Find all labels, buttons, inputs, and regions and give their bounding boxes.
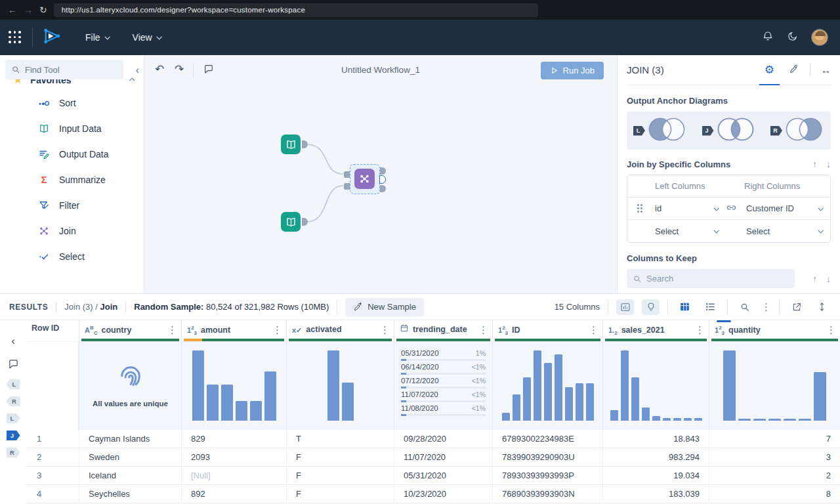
comment-icon[interactable] <box>8 358 19 372</box>
venn-diagram-right[interactable]: R <box>770 116 824 146</box>
redo-icon[interactable]: ↷ <box>175 62 184 76</box>
input-data-node-1[interactable] <box>281 135 301 154</box>
anchor-tab-out-r-4[interactable]: R <box>7 448 20 457</box>
value-histogram[interactable] <box>610 348 702 421</box>
column-header-id[interactable]: 123ID⋮ <box>492 320 602 341</box>
column-menu-icon[interactable]: ⋮ <box>695 325 705 335</box>
data-quality-bar[interactable] <box>81 339 179 341</box>
column-header-sales_2021[interactable]: 1.2sales_2021⋮ <box>602 320 709 341</box>
column-menu-icon[interactable]: ⋮ <box>380 325 390 335</box>
output-anchor[interactable] <box>302 140 308 148</box>
cell-quantity[interactable]: 7 <box>709 430 840 448</box>
column-menu-icon[interactable]: ⋮ <box>589 325 598 335</box>
comment-icon[interactable] <box>203 64 214 77</box>
data-quality-bar[interactable] <box>495 339 600 341</box>
refresh-icon[interactable]: ↻ <box>39 5 47 14</box>
cell-trending_date[interactable]: 11/07/2020 <box>394 448 492 467</box>
more-options-icon[interactable]: ⋮ <box>761 302 771 312</box>
column-header-activated[interactable]: x✓activated⋮ <box>286 320 394 341</box>
anchor-tab-in-l-0[interactable]: L <box>7 379 20 389</box>
data-quality-bar[interactable] <box>605 339 707 341</box>
undo-icon[interactable]: ↶ <box>155 62 164 76</box>
alteryx-logo[interactable] <box>42 28 62 47</box>
cell-id[interactable]: 78399039290903U <box>492 448 602 467</box>
new-sample-button[interactable]: New Sample <box>345 298 424 316</box>
join-node[interactable] <box>354 169 375 189</box>
cell-trending_date[interactable]: 09/28/2020 <box>394 430 492 448</box>
column-menu-icon[interactable]: ⋮ <box>478 325 488 335</box>
run-job-button[interactable]: Run Job <box>541 62 604 79</box>
columns-search[interactable] <box>627 269 795 288</box>
value-histogram[interactable] <box>293 348 387 421</box>
configuration-gear-icon[interactable]: ⚙ <box>761 63 778 77</box>
column-header-quantity[interactable]: 123quantity⋮ <box>709 320 840 341</box>
cell-trending_date[interactable]: 05/31/2020 <box>394 467 492 485</box>
output-anchor-l[interactable] <box>380 167 386 175</box>
cell-quantity[interactable]: 3 <box>709 448 840 467</box>
dark-mode-moon-icon[interactable] <box>787 31 798 45</box>
move-down-icon[interactable]: ↓ <box>826 159 831 169</box>
app-grid-icon[interactable] <box>9 31 22 44</box>
venn-diagram-middle[interactable]: J <box>702 116 756 146</box>
move-down-icon[interactable]: ↓ <box>826 274 831 284</box>
cell-id[interactable]: 67893002234983E <box>492 430 602 448</box>
anchor-tab-out-l-2[interactable]: L <box>7 413 20 423</box>
profile-chart-icon[interactable] <box>616 299 634 315</box>
collapse-rail-icon[interactable]: ‹ <box>11 335 15 348</box>
search-icon[interactable] <box>736 299 753 315</box>
column-header-country[interactable]: ABCcountry⋮ <box>79 320 181 341</box>
cell-activated[interactable]: F <box>286 448 394 467</box>
cell-amount[interactable]: 892 <box>181 485 286 503</box>
column-profile-sales_2021[interactable] <box>602 341 709 430</box>
sidebar-item-filter[interactable]: Filter <box>0 192 144 218</box>
column-profile-country[interactable]: All values are unique <box>79 341 181 430</box>
cell-sales_2021[interactable]: 19.034 <box>602 467 709 485</box>
right-column-select[interactable]: Customer ID <box>737 203 830 213</box>
cell-activated[interactable]: F <box>286 485 394 503</box>
column-header-trending_date[interactable]: trending_date⋮ <box>394 320 492 341</box>
cell-quantity[interactable]: 8 <box>709 485 840 503</box>
back-icon[interactable]: ← <box>8 5 17 14</box>
value-histogram[interactable] <box>188 348 280 421</box>
forward-icon[interactable]: → <box>24 5 33 14</box>
workflow-title[interactable]: Untitled Workflow_1 <box>341 65 420 75</box>
output-anchor[interactable] <box>302 218 308 226</box>
row-number[interactable]: 4 <box>26 485 79 503</box>
columns-search-input[interactable] <box>646 274 765 284</box>
row-number[interactable]: 3 <box>26 467 79 485</box>
data-quality-bar[interactable] <box>184 339 284 341</box>
column-menu-icon[interactable]: ⋮ <box>167 325 177 335</box>
move-up-icon[interactable]: ↑ <box>812 274 817 284</box>
sidebar-item-select[interactable]: Select <box>0 243 144 269</box>
join-node-selection[interactable] <box>350 164 380 194</box>
sidebar-item-summarize[interactable]: ΣSummarize <box>0 167 144 192</box>
data-quality-bar[interactable] <box>289 339 392 341</box>
cell-activated[interactable]: F <box>286 467 394 485</box>
cell-quantity[interactable]: 2 <box>709 467 840 485</box>
notifications-bell-icon[interactable] <box>762 30 774 45</box>
drag-handle-icon[interactable] <box>637 204 642 213</box>
insights-bulb-icon[interactable] <box>642 299 660 315</box>
url-bar[interactable]: http://us1.alteryxcloud.com/designer?wor… <box>54 3 538 17</box>
sidebar-item-output-data[interactable]: Output Data <box>0 141 144 167</box>
value-histogram[interactable] <box>499 348 596 421</box>
input-data-node-2[interactable] <box>281 212 301 232</box>
cell-trending_date[interactable]: 10/23/2020 <box>394 485 492 503</box>
cell-sales_2021[interactable]: 183.039 <box>602 485 709 503</box>
column-profile-activated[interactable] <box>286 341 394 430</box>
resize-panel-icon[interactable] <box>813 299 831 315</box>
cell-id[interactable]: 76890393993903N <box>492 485 602 503</box>
cell-country[interactable]: Cayman Islands <box>79 430 181 448</box>
menu-view[interactable]: View <box>133 32 161 43</box>
cell-activated[interactable]: T <box>286 430 394 448</box>
menu-file[interactable]: File <box>85 32 109 43</box>
cell-country[interactable]: Sweden <box>79 448 181 467</box>
left-column-select-empty[interactable]: Select <box>627 226 726 236</box>
eyedropper-icon[interactable] <box>789 64 799 77</box>
column-profile-id[interactable] <box>492 341 602 430</box>
venn-diagram-left[interactable]: L <box>633 116 687 146</box>
cell-country[interactable]: Iceland <box>79 467 181 485</box>
column-menu-icon[interactable]: ⋮ <box>272 325 282 335</box>
column-profile-amount[interactable] <box>181 341 286 430</box>
sidebar-item-sort[interactable]: Sort <box>0 90 144 116</box>
